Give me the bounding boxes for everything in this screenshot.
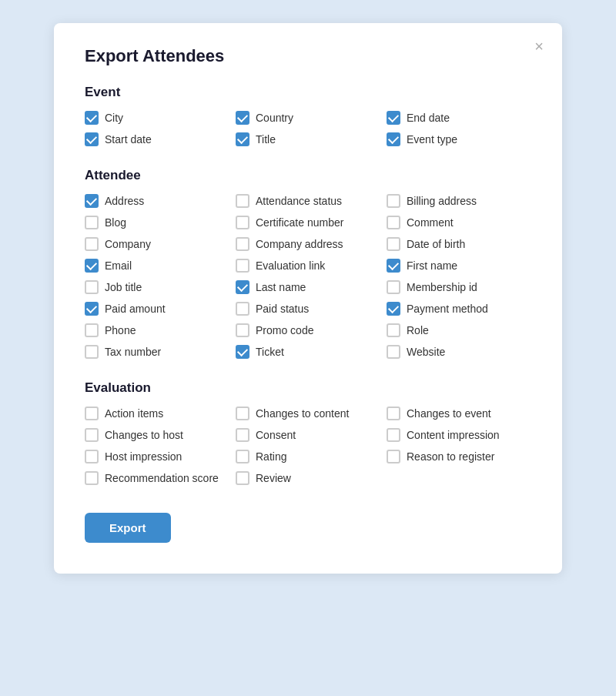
checkbox-item-evaluation-2[interactable]: Changes to event xyxy=(387,407,531,420)
checkbox-item-event-4[interactable]: Title xyxy=(236,132,380,146)
checkbox-evaluation-5[interactable] xyxy=(387,428,400,442)
checkbox-attendee-18[interactable] xyxy=(85,323,99,337)
checkbox-item-evaluation-0[interactable]: Action items xyxy=(85,407,229,420)
checkbox-attendee-16[interactable] xyxy=(236,302,249,316)
checkbox-attendee-21[interactable] xyxy=(85,345,99,359)
checkbox-event-5[interactable] xyxy=(387,132,400,146)
checkbox-attendee-19[interactable] xyxy=(236,323,249,337)
checkbox-label-evaluation-6: Host impression xyxy=(105,450,182,463)
checkbox-item-evaluation-3[interactable]: Changes to host xyxy=(85,428,229,442)
checkbox-event-3[interactable] xyxy=(85,132,99,146)
checkbox-item-attendee-22[interactable]: Ticket xyxy=(236,345,380,359)
checkbox-label-attendee-2: Billing address xyxy=(407,195,477,207)
checkbox-attendee-8[interactable] xyxy=(387,237,400,251)
checkbox-item-attendee-0[interactable]: Address xyxy=(85,194,229,208)
checkbox-item-evaluation-1[interactable]: Changes to content xyxy=(236,407,380,420)
checkbox-item-evaluation-9[interactable]: Recommendation score xyxy=(85,471,229,485)
checkbox-item-attendee-17[interactable]: Payment method xyxy=(387,302,531,316)
checkbox-item-attendee-11[interactable]: First name xyxy=(387,259,531,273)
checkbox-label-attendee-17: Payment method xyxy=(407,303,488,315)
checkbox-attendee-22[interactable] xyxy=(236,345,249,359)
checkbox-evaluation-2[interactable] xyxy=(387,407,400,420)
checkbox-label-attendee-14: Membership id xyxy=(407,281,477,293)
checkbox-attendee-23[interactable] xyxy=(387,345,400,359)
checkbox-attendee-5[interactable] xyxy=(387,216,400,229)
checkbox-item-event-0[interactable]: City xyxy=(85,111,229,125)
checkbox-attendee-7[interactable] xyxy=(236,237,249,251)
checkbox-attendee-0[interactable] xyxy=(85,194,99,208)
checkbox-item-attendee-18[interactable]: Phone xyxy=(85,323,229,337)
checkbox-item-event-1[interactable]: Country xyxy=(236,111,380,125)
checkbox-attendee-11[interactable] xyxy=(387,259,400,273)
section-title-attendee: Attendee xyxy=(85,168,531,183)
checkbox-attendee-12[interactable] xyxy=(85,280,99,294)
checkbox-event-2[interactable] xyxy=(387,111,400,125)
checkbox-attendee-4[interactable] xyxy=(236,216,249,229)
checkbox-item-attendee-4[interactable]: Certificate number xyxy=(236,216,380,229)
checkbox-event-1[interactable] xyxy=(236,111,249,125)
checkbox-item-evaluation-10[interactable]: Review xyxy=(236,471,380,485)
checkbox-item-evaluation-8[interactable]: Reason to register xyxy=(387,450,531,463)
checkbox-label-evaluation-7: Rating xyxy=(256,450,286,463)
checkbox-item-attendee-1[interactable]: Attendance status xyxy=(236,194,380,208)
checkbox-evaluation-10[interactable] xyxy=(236,471,249,485)
checkbox-evaluation-0[interactable] xyxy=(85,407,99,420)
checkbox-item-evaluation-5[interactable]: Content impression xyxy=(387,428,531,442)
checkbox-item-attendee-10[interactable]: Evaluation link xyxy=(236,259,380,273)
checkbox-evaluation-4[interactable] xyxy=(236,428,249,442)
checkbox-evaluation-3[interactable] xyxy=(85,428,99,442)
checkbox-item-attendee-9[interactable]: Email xyxy=(85,259,229,273)
checkbox-item-event-3[interactable]: Start date xyxy=(85,132,229,146)
checkbox-label-attendee-11: First name xyxy=(407,259,457,272)
checkbox-attendee-15[interactable] xyxy=(85,302,99,316)
checkbox-item-attendee-5[interactable]: Comment xyxy=(387,216,531,229)
checkbox-item-attendee-19[interactable]: Promo code xyxy=(236,323,380,337)
checkbox-label-evaluation-3: Changes to host xyxy=(105,429,183,441)
checkbox-item-attendee-8[interactable]: Date of birth xyxy=(387,237,531,251)
checkbox-attendee-17[interactable] xyxy=(387,302,400,316)
checkbox-event-4[interactable] xyxy=(236,132,249,146)
checkbox-label-attendee-18: Phone xyxy=(105,324,136,336)
checkbox-attendee-1[interactable] xyxy=(236,194,249,208)
checkbox-label-attendee-16: Paid status xyxy=(256,303,309,315)
checkbox-item-attendee-13[interactable]: Last name xyxy=(236,280,380,294)
close-button[interactable]: × xyxy=(534,38,544,54)
checkbox-item-attendee-3[interactable]: Blog xyxy=(85,216,229,229)
checkbox-item-evaluation-6[interactable]: Host impression xyxy=(85,450,229,463)
checkbox-item-attendee-14[interactable]: Membership id xyxy=(387,280,531,294)
checkbox-attendee-2[interactable] xyxy=(387,194,400,208)
checkbox-attendee-9[interactable] xyxy=(85,259,99,273)
checkbox-item-event-2[interactable]: End date xyxy=(387,111,531,125)
export-button[interactable]: Export xyxy=(85,513,171,543)
checkbox-item-attendee-2[interactable]: Billing address xyxy=(387,194,531,208)
checkbox-item-attendee-7[interactable]: Company address xyxy=(236,237,380,251)
checkbox-attendee-6[interactable] xyxy=(85,237,99,251)
checkbox-attendee-20[interactable] xyxy=(387,323,400,337)
checkbox-event-0[interactable] xyxy=(85,111,99,125)
checkbox-label-evaluation-1: Changes to content xyxy=(256,407,349,420)
checkbox-attendee-13[interactable] xyxy=(236,280,249,294)
checkbox-attendee-10[interactable] xyxy=(236,259,249,273)
checkbox-item-attendee-20[interactable]: Role xyxy=(387,323,531,337)
checkbox-label-attendee-23: Website xyxy=(407,346,445,358)
checkbox-item-evaluation-4[interactable]: Consent xyxy=(236,428,380,442)
checkbox-label-attendee-9: Email xyxy=(105,259,132,272)
checkbox-item-attendee-12[interactable]: Job title xyxy=(85,280,229,294)
checkbox-item-evaluation-7[interactable]: Rating xyxy=(236,450,380,463)
checkbox-item-attendee-23[interactable]: Website xyxy=(387,345,531,359)
checkbox-evaluation-6[interactable] xyxy=(85,450,99,463)
checkbox-evaluation-1[interactable] xyxy=(236,407,249,420)
checkbox-attendee-14[interactable] xyxy=(387,280,400,294)
checkbox-label-attendee-10: Evaluation link xyxy=(256,259,325,272)
checkbox-item-attendee-21[interactable]: Tax number xyxy=(85,345,229,359)
checkbox-evaluation-9[interactable] xyxy=(85,471,99,485)
checkbox-evaluation-7[interactable] xyxy=(236,450,249,463)
checkbox-item-attendee-6[interactable]: Company xyxy=(85,237,229,251)
checkbox-item-attendee-16[interactable]: Paid status xyxy=(236,302,380,316)
checkbox-attendee-3[interactable] xyxy=(85,216,99,229)
checkbox-evaluation-8[interactable] xyxy=(387,450,400,463)
checkbox-item-attendee-15[interactable]: Paid amount xyxy=(85,302,229,316)
section-attendee: AttendeeAddressAttendance statusBilling … xyxy=(85,168,531,359)
checkbox-item-event-5[interactable]: Event type xyxy=(387,132,531,146)
export-attendees-modal: Export Attendees × EventCityCountryEnd d… xyxy=(54,23,562,574)
